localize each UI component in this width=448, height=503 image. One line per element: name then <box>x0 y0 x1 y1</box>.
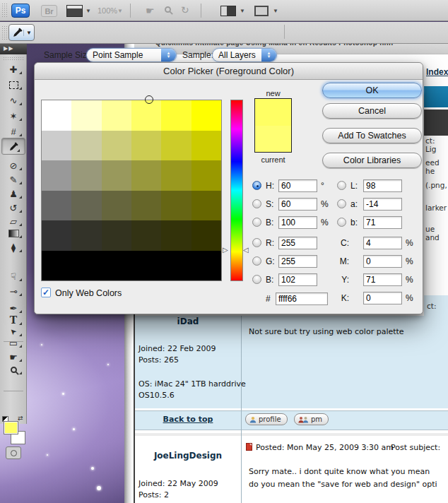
browser-bookmarks-bar[interactable]: ^^Quicklinks intimate page Using Mana in… <box>134 44 448 54</box>
ok-button[interactable]: OK <box>322 83 422 98</box>
color-cell[interactable] <box>102 251 131 281</box>
color-cell[interactable] <box>71 100 101 131</box>
move-tool[interactable]: ✚ <box>0 62 27 76</box>
color-cell[interactable] <box>191 160 221 191</box>
zoom-tool-icon[interactable] <box>165 6 171 13</box>
crop-tool[interactable]: # <box>0 124 27 138</box>
add-to-swatches-button[interactable]: Add To Swatches <box>322 128 422 143</box>
color-cell[interactable] <box>71 160 101 191</box>
b-radio[interactable] <box>252 218 261 227</box>
panel-grip[interactable] <box>1 25 7 40</box>
color-cell[interactable] <box>71 131 101 161</box>
h-radio[interactable] <box>252 181 261 190</box>
swap-colors-icon[interactable]: ⇄ <box>18 415 23 422</box>
y-input[interactable] <box>363 273 402 286</box>
forum-index-link[interactable]: Index <box>426 67 448 77</box>
l-input[interactable] <box>363 179 402 192</box>
healing-brush-tool[interactable]: ⊘ <box>0 158 27 172</box>
color-cell[interactable] <box>102 160 131 191</box>
color-cell[interactable] <box>161 131 191 161</box>
color-cell[interactable] <box>131 131 161 161</box>
g-input[interactable] <box>278 255 317 268</box>
c-input[interactable] <box>363 237 402 249</box>
bridge-button[interactable]: Br <box>41 5 57 17</box>
hue-slider[interactable] <box>230 100 243 281</box>
color-field[interactable] <box>41 100 222 281</box>
color-cell[interactable] <box>131 191 161 221</box>
color-cell[interactable] <box>161 191 191 221</box>
clone-stamp-tool[interactable]: ♟ <box>0 187 27 201</box>
color-cell[interactable] <box>102 131 131 161</box>
panel-collapse-icon[interactable]: ▶▶ <box>0 44 27 54</box>
blur-tool[interactable]: ⧫ <box>0 240 27 254</box>
workspace-caret-icon[interactable]: ▼ <box>86 8 91 14</box>
lab-b-radio[interactable] <box>337 218 346 227</box>
shape-tool[interactable]: ▭ <box>0 336 27 350</box>
panel-grip[interactable] <box>1 3 7 18</box>
g-radio[interactable] <box>252 256 261 266</box>
color-cell[interactable] <box>161 100 191 131</box>
color-cell[interactable] <box>42 100 71 131</box>
l-radio[interactable] <box>337 181 346 190</box>
color-cell[interactable] <box>71 220 101 251</box>
dialog-title[interactable]: Color Picker (Foreground Color) <box>35 63 423 80</box>
hue-slider-right-arrow-icon[interactable]: ◁ <box>243 246 249 254</box>
b2-radio[interactable] <box>252 275 261 284</box>
sample-size-dropdown[interactable]: Point Sample ▲▼ <box>86 48 177 62</box>
back-to-top-link[interactable]: Back to top <box>136 415 240 424</box>
b-input[interactable] <box>278 216 317 229</box>
color-cell[interactable] <box>71 251 101 281</box>
color-cell[interactable] <box>42 191 71 221</box>
color-cell[interactable] <box>102 220 131 251</box>
hand-tool-icon[interactable]: ☛ <box>146 5 155 16</box>
dodge-tool[interactable]: ⊸ <box>0 284 27 298</box>
profile-button[interactable]: profile <box>245 413 288 425</box>
s-input[interactable] <box>278 198 317 211</box>
sample-dropdown[interactable]: All Layers ▲▼ <box>212 48 277 62</box>
brush-tool[interactable]: ✎ <box>0 172 27 187</box>
s-radio[interactable] <box>252 199 261 208</box>
only-web-colors-checkbox[interactable]: ✓ <box>41 288 51 297</box>
color-cell[interactable] <box>42 131 71 161</box>
hue-slider-left-arrow-icon[interactable]: ▷ <box>223 246 228 254</box>
zoom-tool[interactable] <box>0 362 27 377</box>
history-brush-tool[interactable]: ↺ <box>0 201 27 215</box>
eyedropper-tool[interactable] <box>1 138 25 155</box>
zoom-level[interactable]: 100% <box>98 6 117 15</box>
hand-tool[interactable]: ☛ <box>0 350 27 364</box>
color-cell[interactable] <box>102 191 131 221</box>
tool-preset-caret-icon[interactable]: ▼ <box>23 30 34 36</box>
color-cell[interactable] <box>191 131 221 161</box>
color-cell[interactable] <box>42 160 71 191</box>
arrange-documents-icon[interactable] <box>220 6 236 16</box>
smudge-tool[interactable]: ☟ <box>0 269 27 283</box>
color-cell[interactable] <box>191 220 221 251</box>
screen-mode-caret-icon[interactable]: ▼ <box>273 8 278 14</box>
a-input[interactable] <box>363 198 402 211</box>
foreground-color-swatch[interactable] <box>4 421 18 434</box>
color-cell[interactable] <box>191 251 221 281</box>
color-cell[interactable] <box>161 220 191 251</box>
h-input[interactable] <box>278 179 317 192</box>
color-cell[interactable] <box>131 220 161 251</box>
gradient-tool[interactable] <box>0 226 27 240</box>
color-cell[interactable] <box>42 251 71 281</box>
screen-mode-icon[interactable] <box>254 6 269 16</box>
cancel-button[interactable]: Cancel <box>322 103 422 119</box>
post2-username[interactable]: JoeLingDesign <box>136 451 240 461</box>
marquee-tool[interactable] <box>0 78 27 92</box>
lasso-tool[interactable]: ∿ <box>0 93 27 107</box>
color-cell[interactable] <box>191 100 221 131</box>
pm-button[interactable]: pm <box>294 413 329 425</box>
zoom-caret-icon[interactable]: ▼ <box>117 8 123 14</box>
quick-mask-button[interactable] <box>6 446 21 459</box>
k-input[interactable] <box>363 292 402 304</box>
arrange-caret-icon[interactable]: ▼ <box>240 8 245 14</box>
color-cell[interactable] <box>131 100 161 131</box>
color-cell[interactable] <box>102 100 131 131</box>
color-cell[interactable] <box>161 251 191 281</box>
color-cell[interactable] <box>161 160 191 191</box>
hex-input[interactable] <box>276 292 328 305</box>
r-radio[interactable] <box>252 238 261 247</box>
magic-wand-tool[interactable]: ✶ <box>0 109 27 123</box>
